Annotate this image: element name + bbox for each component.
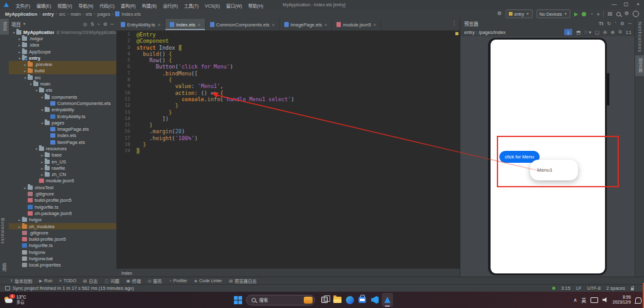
tree-row[interactable]: build-profile.json5: [9, 197, 116, 204]
tool-tab-bookmarks[interactable]: Bookmarks: [0, 215, 6, 248]
breadcrumb-item[interactable]: ets: [86, 11, 92, 17]
close-tab-icon[interactable]: ×: [374, 23, 376, 27]
tree-row[interactable]: ▾src: [9, 74, 116, 80]
tree-row[interactable]: ▸.preview: [9, 61, 116, 67]
tree-row[interactable]: ▸AppScope: [9, 48, 116, 55]
tool-window-button-profiler[interactable]: ◔Profiler: [169, 278, 187, 283]
tree-row[interactable]: EntryAbility.ts: [9, 113, 116, 119]
account-avatar[interactable]: [633, 11, 639, 17]
tree-row[interactable]: build-profile.json5: [9, 236, 116, 243]
editor-breadcrumb-item[interactable]: Index: [121, 271, 132, 275]
tree-row[interactable]: ▸en_US: [9, 158, 116, 165]
tree-toggle-icon[interactable]: ▾: [28, 82, 33, 86]
tree-row[interactable]: ▾entryability: [9, 107, 116, 113]
tree-toggle-icon[interactable]: ▸: [23, 69, 28, 73]
breadcrumb-item[interactable]: MyApplication: [5, 11, 37, 17]
device-frame-icon[interactable]: ⬒: [576, 30, 580, 35]
tool-window-button-版本控制[interactable]: Y版本控制: [10, 278, 32, 284]
select-region-icon[interactable]: ▢: [595, 30, 599, 35]
menubar-menu[interactable]: 编辑(E): [33, 4, 54, 8]
tree-toggle-icon[interactable]: ▸: [40, 153, 45, 157]
tree-toggle-icon[interactable]: ▸: [17, 43, 22, 47]
editor-tab[interactable]: Index.ets×: [165, 19, 206, 30]
tray-overflow-chevron[interactable]: ∧: [574, 297, 577, 303]
expand-all-icon[interactable]: ⇅: [91, 21, 94, 27]
code-line[interactable]: 13 }: [116, 109, 460, 116]
tab-list-more-icon[interactable]: ⋮: [452, 19, 460, 30]
menubar-menu[interactable]: 导航(N): [75, 4, 97, 8]
notification-bell-icon[interactable]: [635, 297, 641, 303]
code-line[interactable]: 3struct Index {: [116, 45, 460, 51]
stop-button[interactable]: ■: [597, 12, 599, 16]
tool-tab-notifications[interactable]: Notifications: [635, 19, 644, 55]
tree-row[interactable]: ▾pages: [9, 119, 116, 126]
tree-toggle-icon[interactable]: ▸: [23, 185, 28, 190]
menubar-menu[interactable]: 重构(R): [118, 4, 139, 8]
tree-row[interactable]: .gitignore: [9, 229, 116, 236]
code-line[interactable]: 17 .height('100%'): [116, 135, 460, 141]
tree-row[interactable]: hvigorfile.ts: [9, 243, 116, 249]
tree-toggle-icon[interactable]: ▾: [34, 88, 39, 92]
tree-toggle-icon[interactable]: ▾: [40, 95, 45, 99]
tree-row[interactable]: ItemPage.ets: [9, 139, 116, 145]
code-line[interactable]: 1@Entry: [116, 31, 460, 38]
tree-row[interactable]: oh-package.json5: [9, 210, 116, 216]
close-tab-icon[interactable]: ×: [158, 23, 160, 27]
tool-window-button-code-linter[interactable]: ◈Code Linter: [194, 278, 222, 283]
breadcrumb-item[interactable]: src: [59, 11, 65, 17]
tree-row[interactable]: .gitignore: [9, 190, 116, 197]
minimize-button[interactable]: —: [608, 0, 620, 9]
tree-row[interactable]: Index.ets: [9, 133, 116, 139]
code-line[interactable]: 6 Button('click for Menu'): [116, 63, 460, 70]
tree-toggle-icon[interactable]: ▸: [17, 36, 22, 41]
panel-settings-icon[interactable]: ⚙: [620, 21, 625, 26]
network-icon[interactable]: [591, 297, 598, 303]
input-language[interactable]: 英: [582, 297, 587, 304]
code-line[interactable]: 9 value: 'Menu1',: [116, 83, 460, 89]
tree-row[interactable]: ▾entry: [9, 55, 116, 61]
volume-icon[interactable]: [602, 297, 608, 303]
start-button[interactable]: [234, 296, 242, 304]
tool-window-button-run[interactable]: ▶Run: [39, 278, 52, 283]
menubar-menu[interactable]: 运行(R): [160, 4, 181, 8]
tool-window-button-服务[interactable]: ◎服务: [148, 278, 162, 284]
tool-window-button-todo[interactable]: ≡TODO: [59, 278, 76, 283]
editor-tab[interactable]: module.json5×: [332, 19, 381, 30]
editor-tab[interactable]: EntryAbility.ts×: [116, 19, 165, 30]
code-line[interactable]: 12 }: [116, 102, 460, 109]
breadcrumb-item[interactable]: main: [70, 11, 80, 17]
tree-toggle-icon[interactable]: ▸: [40, 160, 45, 164]
tree-row[interactable]: CommonComponents.ets: [9, 100, 116, 106]
refresh-icon[interactable]: ↻: [607, 21, 611, 26]
tool-window-button-预览器日志[interactable]: ▤预览器日志: [229, 278, 257, 284]
locate-file-icon[interactable]: ◎: [83, 21, 87, 27]
device-manager-icon[interactable]: ▤: [608, 10, 613, 18]
tree-toggle-icon[interactable]: ▾: [40, 107, 45, 112]
vscode-app-icon[interactable]: [369, 293, 380, 307]
write-lock-icon[interactable]: [631, 288, 634, 290]
clock[interactable]: 8:56 2023/12/9: [613, 295, 631, 305]
collapse-all-icon[interactable]: ÷: [97, 21, 100, 27]
code-line[interactable]: 8 {: [116, 77, 460, 83]
breadcrumb-item[interactable]: entry: [42, 11, 53, 17]
project-view-selector[interactable]: 项目: [11, 21, 21, 28]
tree-toggle-icon[interactable]: ▾: [17, 56, 22, 60]
tree-row[interactable]: ▸oh_modules: [9, 223, 116, 229]
store-app-icon[interactable]: [357, 293, 368, 307]
tree-row[interactable]: ▾main: [9, 80, 116, 87]
tree-row[interactable]: module.json5: [9, 178, 116, 184]
tree-toggle-icon[interactable]: ▸: [40, 166, 45, 170]
debug-button[interactable]: [582, 12, 586, 16]
tree-row[interactable]: ▸rawfile: [9, 165, 116, 171]
code-line[interactable]: 7 .bindMenu([: [116, 70, 460, 77]
menubar-menu[interactable]: 窗口(W): [223, 4, 245, 8]
menubar-menu[interactable]: 视图(V): [54, 4, 75, 8]
sync-settings-icon[interactable]: ⚙: [497, 10, 502, 18]
file-explorer-app-icon[interactable]: [331, 293, 343, 307]
tree-row[interactable]: ▸build: [9, 68, 116, 74]
run-button[interactable]: ▶: [574, 11, 578, 17]
code-line[interactable]: 5 Row() {: [116, 57, 460, 63]
panel-settings-icon[interactable]: ⚙: [103, 21, 108, 27]
close-tab-icon[interactable]: ×: [325, 23, 327, 27]
tree-toggle-icon[interactable]: ▸: [17, 50, 22, 54]
